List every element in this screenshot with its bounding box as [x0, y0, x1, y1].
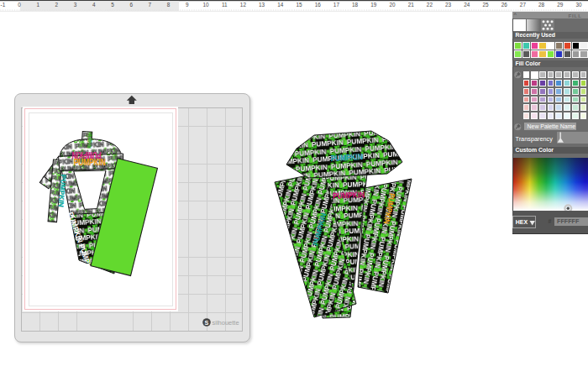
- svg-text:PUMPKIN: PUMPKIN: [87, 133, 93, 149]
- svg-text:PUMPKIN: PUMPKIN: [331, 152, 364, 163]
- svg-text:PUMPKIN: PUMPKIN: [333, 190, 365, 200]
- svg-text:PUMPKIN: PUMPKIN: [74, 158, 106, 167]
